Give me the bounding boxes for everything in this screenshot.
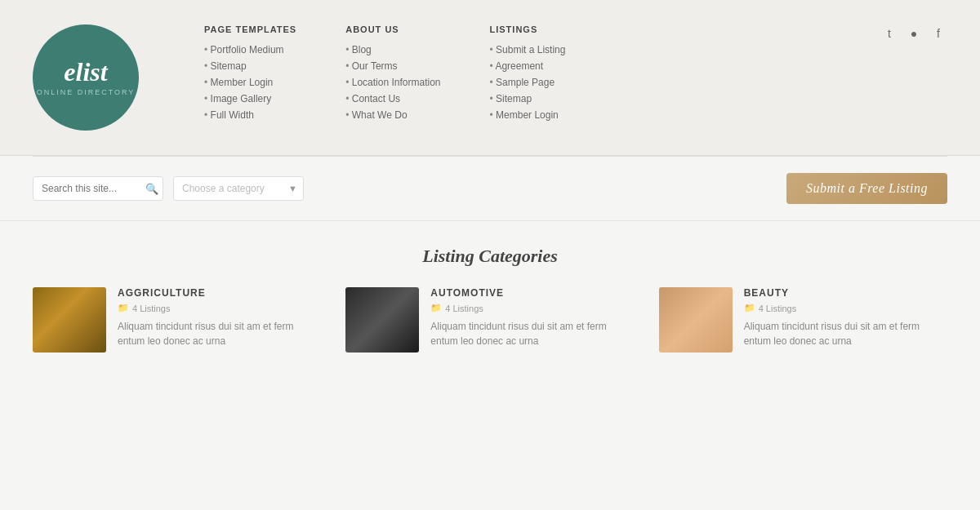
- nav-list-listings: Submit a Listing Agreement Sample Page S…: [490, 44, 566, 121]
- category-info-beauty: BEAUTY 📁 4 Listings Aliquam tincidunt ri…: [744, 287, 947, 348]
- nav-heading-about-us: ABOUT US: [345, 24, 440, 34]
- nav-link[interactable]: Sitemap: [496, 93, 532, 104]
- category-card-beauty: BEAUTY 📁 4 Listings Aliquam tincidunt ri…: [659, 287, 947, 353]
- category-info-agriculture: AGGRICULTURE 📁 4 Listings Aliquam tincid…: [118, 287, 321, 348]
- nav-heading-listings: LISTINGS: [490, 24, 566, 34]
- nav-link[interactable]: Sitemap: [211, 60, 247, 72]
- list-item[interactable]: Blog: [345, 44, 440, 55]
- listings-count-text: 4 Listings: [132, 304, 170, 313]
- nav-link[interactable]: Blog: [352, 44, 372, 55]
- category-name-automotive: AUTOMOTIVE: [430, 287, 634, 299]
- rss-icon[interactable]: ●: [905, 24, 923, 42]
- list-item[interactable]: Image Gallery: [204, 93, 296, 104]
- section-title: Listing Categories: [33, 246, 947, 267]
- folder-icon: 📁: [744, 303, 755, 313]
- list-item[interactable]: Contact Us: [345, 93, 440, 104]
- list-item[interactable]: What We Do: [345, 109, 440, 121]
- category-name-beauty: BEAUTY: [744, 287, 947, 299]
- nav-column-listings: LISTINGS Submit a Listing Agreement Samp…: [490, 24, 566, 126]
- list-item[interactable]: Portfolio Medium: [204, 44, 296, 55]
- category-select[interactable]: Choose a category: [173, 176, 304, 201]
- category-desc-automotive: Aliquam tincidunt risus dui sit am et fe…: [430, 319, 634, 348]
- category-card-header: AUTOMOTIVE 📁 4 Listings Aliquam tincidun…: [345, 287, 634, 353]
- category-thumb-agriculture: [33, 287, 106, 353]
- list-item[interactable]: Sitemap: [204, 60, 296, 72]
- listings-count-agriculture: 📁 4 Listings: [118, 303, 321, 313]
- list-item[interactable]: Sitemap: [490, 93, 566, 104]
- list-item[interactable]: Member Login: [490, 109, 566, 121]
- nav-column-about-us: ABOUT US Blog Our Terms Location Informa…: [345, 24, 440, 126]
- category-card-header: AGGRICULTURE 📁 4 Listings Aliquam tincid…: [33, 287, 321, 353]
- nav-list-about-us: Blog Our Terms Location Information Cont…: [345, 44, 440, 121]
- category-card-header: BEAUTY 📁 4 Listings Aliquam tincidunt ri…: [659, 287, 947, 353]
- submit-listing-button[interactable]: Submit a Free Listing: [786, 173, 947, 204]
- nav-link[interactable]: Image Gallery: [211, 93, 272, 104]
- search-input-wrapper: 🔍: [33, 176, 163, 201]
- category-select-wrapper: Choose a category ▼: [173, 176, 304, 201]
- header-nav: elist ONLINE DIRECTORY PAGE TEMPLATES Po…: [0, 0, 980, 156]
- nav-link[interactable]: Member Login: [211, 77, 274, 88]
- category-thumb-automotive: [345, 287, 419, 353]
- folder-icon: 📁: [430, 303, 442, 313]
- social-icons: t ● f: [880, 24, 947, 42]
- category-desc-agriculture: Aliquam tincidunt risus dui sit am et fe…: [118, 319, 321, 348]
- nav-link[interactable]: Sample Page: [496, 77, 555, 88]
- list-item[interactable]: Member Login: [204, 77, 296, 88]
- category-grid: AGGRICULTURE 📁 4 Listings Aliquam tincid…: [33, 287, 947, 353]
- logo-circle: elist ONLINE DIRECTORY: [33, 24, 139, 131]
- list-item[interactable]: Agreement: [490, 60, 566, 72]
- search-button[interactable]: 🔍: [145, 183, 158, 195]
- listings-count-automotive: 📁 4 Listings: [430, 303, 634, 313]
- listings-count-beauty: 📁 4 Listings: [744, 303, 947, 313]
- category-card-agriculture: AGGRICULTURE 📁 4 Listings Aliquam tincid…: [33, 287, 321, 353]
- nav-list-page-templates: Portfolio Medium Sitemap Member Login Im…: [204, 44, 296, 121]
- logo-area: elist ONLINE DIRECTORY: [33, 24, 139, 131]
- nav-column-page-templates: PAGE TEMPLATES Portfolio Medium Sitemap …: [204, 24, 296, 126]
- folder-icon: 📁: [118, 303, 129, 313]
- list-item[interactable]: Our Terms: [345, 60, 440, 72]
- nav-link[interactable]: Member Login: [496, 109, 559, 121]
- logo-sub: ONLINE DIRECTORY: [37, 88, 136, 96]
- nav-heading-page-templates: PAGE TEMPLATES: [204, 24, 296, 34]
- nav-link[interactable]: Agreement: [495, 60, 543, 72]
- listings-count-text: 4 Listings: [759, 304, 796, 313]
- category-desc-beauty: Aliquam tincidunt risus dui sit am et fe…: [744, 319, 947, 348]
- main-content: Listing Categories AGGRICULTURE 📁 4 List…: [0, 221, 980, 377]
- list-item[interactable]: Location Information: [345, 77, 440, 88]
- category-card-automotive: AUTOMOTIVE 📁 4 Listings Aliquam tincidun…: [345, 287, 634, 353]
- logo-text: elist: [64, 59, 107, 85]
- twitter-icon[interactable]: t: [880, 24, 898, 42]
- category-info-automotive: AUTOMOTIVE 📁 4 Listings Aliquam tincidun…: [430, 287, 634, 348]
- nav-link[interactable]: Full Width: [211, 109, 254, 121]
- search-input[interactable]: [33, 176, 163, 201]
- search-left: 🔍 Choose a category ▼: [33, 176, 304, 201]
- nav-link[interactable]: Location Information: [352, 77, 441, 88]
- search-area: 🔍 Choose a category ▼ Submit a Free List…: [0, 157, 980, 221]
- nav-link[interactable]: Submit a Listing: [496, 44, 565, 55]
- nav-link[interactable]: Portfolio Medium: [211, 44, 284, 55]
- nav-link[interactable]: Our Terms: [352, 60, 398, 72]
- nav-columns: PAGE TEMPLATES Portfolio Medium Sitemap …: [172, 24, 864, 126]
- listings-count-text: 4 Listings: [445, 304, 483, 313]
- facebook-icon[interactable]: f: [929, 24, 947, 42]
- category-thumb-beauty: [659, 287, 733, 353]
- category-name-agriculture: AGGRICULTURE: [118, 287, 321, 299]
- nav-link[interactable]: What We Do: [352, 109, 408, 121]
- list-item[interactable]: Sample Page: [490, 77, 566, 88]
- list-item[interactable]: Submit a Listing: [490, 44, 566, 55]
- list-item[interactable]: Full Width: [204, 109, 296, 121]
- nav-link[interactable]: Contact Us: [352, 93, 400, 104]
